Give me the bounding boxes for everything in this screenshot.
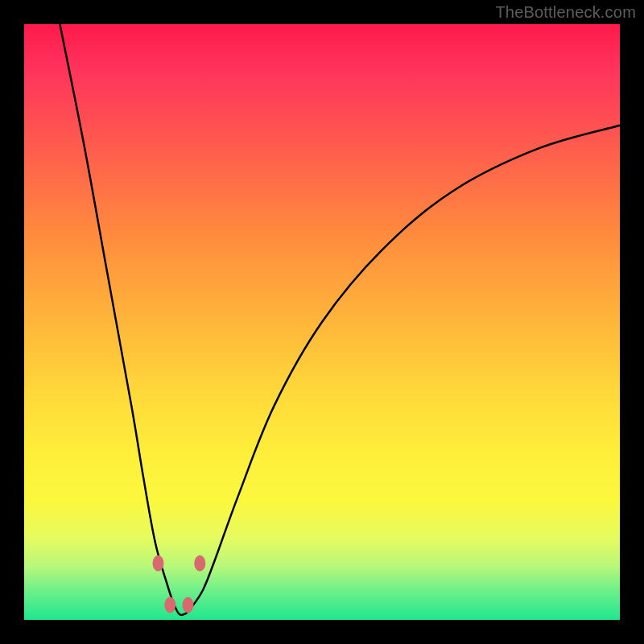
watermark-text: TheBottleneck.com: [495, 3, 636, 22]
bottleneck-chart: [24, 24, 620, 620]
marker-group: [153, 555, 206, 613]
bottleneck-curve-path: [60, 24, 620, 615]
plot-area: [24, 24, 620, 620]
curve-marker: [153, 555, 164, 572]
curve-marker: [164, 597, 175, 613]
curve-marker: [194, 555, 205, 572]
curve-marker: [183, 597, 194, 613]
